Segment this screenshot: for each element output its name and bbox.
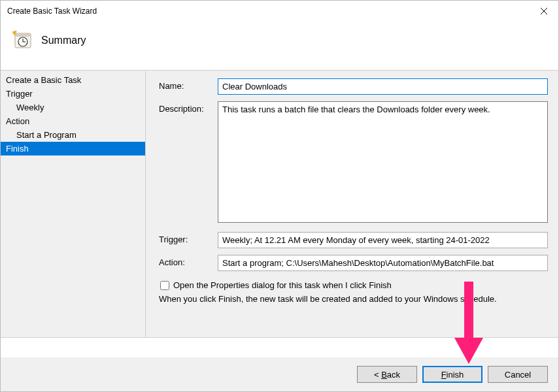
sidebar-item-trigger[interactable]: Trigger: [1, 87, 145, 101]
sidebar-item-action[interactable]: Action: [1, 114, 145, 128]
sidebar-item-start-a-program[interactable]: Start a Program: [1, 128, 145, 142]
back-button[interactable]: < Back: [357, 366, 417, 383]
description-label: Description:: [159, 101, 218, 114]
close-button[interactable]: [529, 1, 558, 22]
close-icon: [541, 8, 547, 14]
info-text: When you click Finish, the new task will…: [159, 294, 548, 304]
page-title: Summary: [41, 35, 86, 46]
open-properties-checkbox[interactable]: [160, 281, 169, 290]
name-field[interactable]: [218, 78, 548, 95]
finish-button[interactable]: Finish: [422, 366, 483, 383]
sidebar-item-weekly[interactable]: Weekly: [1, 101, 145, 114]
name-label: Name:: [159, 78, 218, 91]
button-bar: < Back Finish Cancel: [1, 357, 558, 391]
action-label: Action:: [159, 255, 218, 267]
trigger-label: Trigger:: [159, 232, 218, 244]
titlebar: Create Basic Task Wizard: [1, 1, 558, 22]
content-area: Create a Basic Task Trigger Weekly Actio…: [1, 70, 558, 338]
trigger-field[interactable]: [218, 232, 548, 248]
wizard-window: Create Basic Task Wizard Summary Create …: [0, 0, 559, 392]
header-section: Summary: [1, 22, 558, 70]
cancel-button[interactable]: Cancel: [488, 366, 548, 383]
open-properties-label: Open the Properties dialog for this task…: [173, 280, 392, 290]
task-clock-icon: [11, 31, 32, 50]
window-title: Create Basic Task Wizard: [7, 7, 97, 16]
sidebar-item-finish[interactable]: Finish: [1, 142, 145, 155]
main-panel: Name: Description: This task runs a batc…: [146, 71, 558, 337]
wizard-sidebar: Create a Basic Task Trigger Weekly Actio…: [1, 71, 146, 337]
svg-rect-3: [15, 33, 31, 37]
description-field[interactable]: This task runs a batch file that clears …: [218, 101, 548, 223]
sidebar-item-create-basic-task[interactable]: Create a Basic Task: [1, 73, 145, 87]
action-field[interactable]: [218, 255, 548, 271]
